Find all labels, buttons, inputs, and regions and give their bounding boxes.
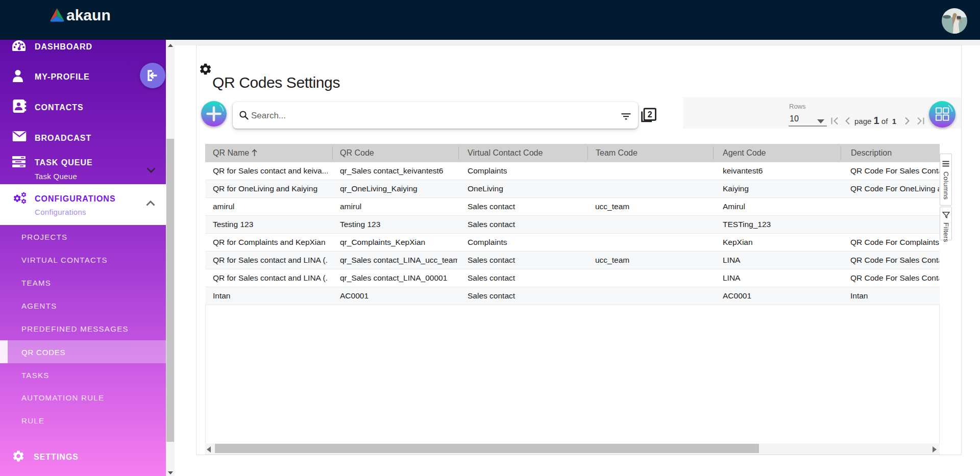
- svg-text:2: 2: [648, 110, 652, 119]
